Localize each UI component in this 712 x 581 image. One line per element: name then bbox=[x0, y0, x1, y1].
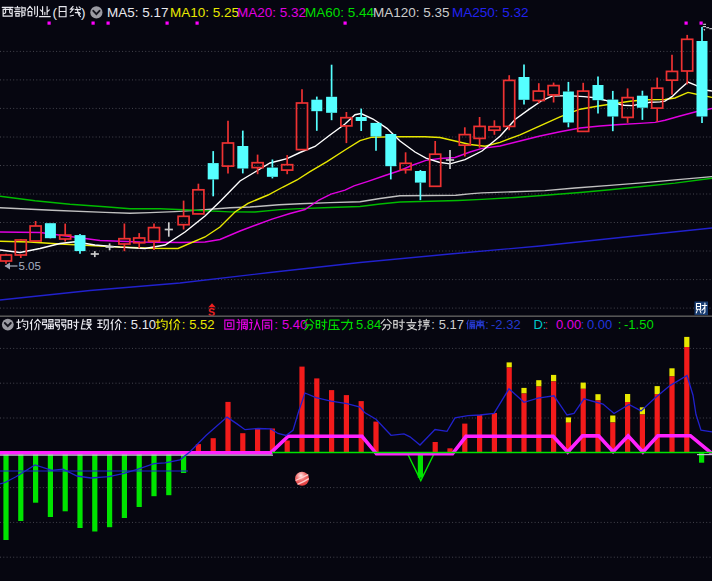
svg-text::: : bbox=[182, 317, 186, 332]
svg-text:5.10: 5.10 bbox=[131, 317, 156, 332]
svg-text::: : bbox=[123, 317, 127, 332]
svg-text:MA120: 5.35: MA120: 5.35 bbox=[373, 5, 450, 20]
svg-text:5.52: 5.52 bbox=[189, 317, 214, 332]
svg-text:MA60: 5.44: MA60: 5.44 bbox=[305, 5, 375, 20]
svg-text:-2.32: -2.32 bbox=[491, 317, 521, 332]
svg-text:5.05: 5.05 bbox=[19, 260, 41, 272]
svg-text::: : bbox=[485, 317, 489, 332]
svg-text:(: ( bbox=[53, 5, 58, 20]
svg-text:5.40: 5.40 bbox=[282, 317, 307, 332]
svg-text::: : bbox=[350, 317, 354, 332]
svg-text::: : bbox=[545, 317, 549, 332]
svg-text:5.17: 5.17 bbox=[439, 317, 464, 332]
svg-text::: : bbox=[274, 317, 278, 332]
svg-text:MA10: 5.25: MA10: 5.25 bbox=[170, 5, 239, 20]
svg-text:0.00: 0.00 bbox=[556, 317, 581, 332]
svg-text::: : bbox=[431, 317, 435, 332]
svg-text:5.84: 5.84 bbox=[356, 317, 381, 332]
svg-text:MA250: 5.32: MA250: 5.32 bbox=[452, 5, 529, 20]
svg-text:): ) bbox=[81, 5, 86, 20]
svg-text:-1.50: -1.50 bbox=[624, 317, 654, 332]
svg-text::: : bbox=[581, 317, 585, 332]
svg-text::: : bbox=[618, 317, 622, 332]
svg-text:0.00: 0.00 bbox=[587, 317, 612, 332]
svg-text:MA5: 5.17: MA5: 5.17 bbox=[107, 5, 169, 20]
svg-text:MA20: 5.32: MA20: 5.32 bbox=[237, 5, 306, 20]
